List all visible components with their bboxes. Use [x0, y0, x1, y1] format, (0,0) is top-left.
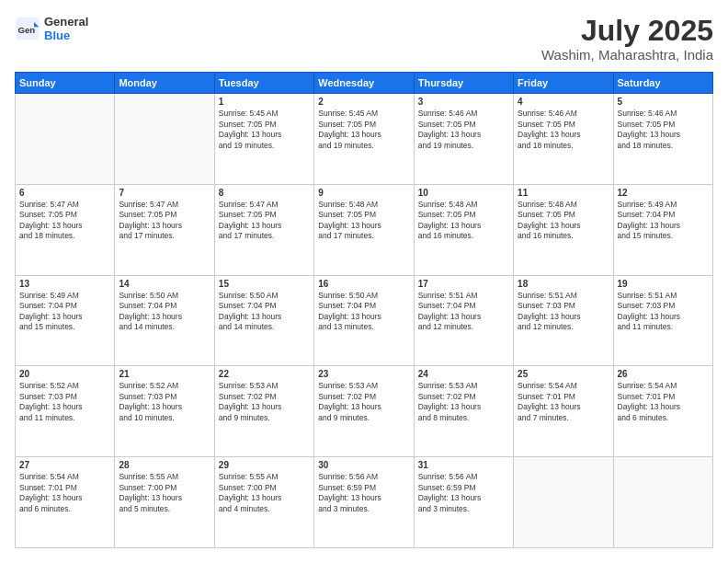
day-info: Sunrise: 5:50 AM Sunset: 7:04 PM Dayligh… — [219, 291, 310, 333]
calendar-cell: 30Sunrise: 5:56 AM Sunset: 6:59 PM Dayli… — [314, 457, 414, 548]
calendar-cell: 19Sunrise: 5:51 AM Sunset: 7:03 PM Dayli… — [613, 275, 712, 366]
day-number: 17 — [418, 279, 509, 289]
calendar-cell: 23Sunrise: 5:53 AM Sunset: 7:02 PM Dayli… — [314, 366, 414, 457]
day-info: Sunrise: 5:56 AM Sunset: 6:59 PM Dayligh… — [318, 472, 409, 514]
calendar-cell: 7Sunrise: 5:47 AM Sunset: 7:05 PM Daylig… — [115, 184, 214, 275]
day-info: Sunrise: 5:45 AM Sunset: 7:05 PM Dayligh… — [219, 109, 310, 151]
day-info: Sunrise: 5:48 AM Sunset: 7:05 PM Dayligh… — [518, 200, 609, 242]
day-number: 9 — [318, 188, 409, 198]
day-info: Sunrise: 5:52 AM Sunset: 7:03 PM Dayligh… — [19, 381, 110, 423]
calendar-cell — [16, 94, 115, 185]
day-number: 27 — [19, 460, 110, 470]
day-info: Sunrise: 5:49 AM Sunset: 7:04 PM Dayligh… — [618, 200, 709, 242]
month-year-title: July 2025 — [541, 15, 713, 47]
day-info: Sunrise: 5:46 AM Sunset: 7:05 PM Dayligh… — [418, 109, 509, 151]
calendar-cell: 11Sunrise: 5:48 AM Sunset: 7:05 PM Dayli… — [514, 184, 613, 275]
day-number: 15 — [219, 279, 310, 289]
calendar-cell: 20Sunrise: 5:52 AM Sunset: 7:03 PM Dayli… — [16, 366, 115, 457]
calendar-cell: 28Sunrise: 5:55 AM Sunset: 7:00 PM Dayli… — [115, 457, 214, 548]
page: Gen General Blue July 2025 Washim, Mahar… — [0, 0, 728, 563]
calendar-cell: 9Sunrise: 5:48 AM Sunset: 7:05 PM Daylig… — [314, 184, 414, 275]
week-row-2: 13Sunrise: 5:49 AM Sunset: 7:04 PM Dayli… — [16, 275, 713, 366]
day-info: Sunrise: 5:51 AM Sunset: 7:04 PM Dayligh… — [418, 291, 509, 333]
header: Gen General Blue July 2025 Washim, Mahar… — [15, 15, 713, 63]
day-number: 28 — [119, 460, 210, 470]
day-header-sunday: Sunday — [16, 73, 115, 94]
day-info: Sunrise: 5:54 AM Sunset: 7:01 PM Dayligh… — [19, 472, 110, 514]
day-number: 11 — [518, 188, 609, 198]
day-info: Sunrise: 5:51 AM Sunset: 7:03 PM Dayligh… — [618, 291, 709, 333]
calendar-cell: 26Sunrise: 5:54 AM Sunset: 7:01 PM Dayli… — [613, 366, 712, 457]
svg-text:Gen: Gen — [18, 25, 36, 35]
header-row: SundayMondayTuesdayWednesdayThursdayFrid… — [16, 73, 713, 94]
week-row-4: 27Sunrise: 5:54 AM Sunset: 7:01 PM Dayli… — [16, 457, 713, 548]
day-number: 4 — [518, 97, 609, 107]
logo-blue: Blue — [44, 29, 88, 42]
day-info: Sunrise: 5:45 AM Sunset: 7:05 PM Dayligh… — [318, 109, 409, 151]
calendar-cell: 1Sunrise: 5:45 AM Sunset: 7:05 PM Daylig… — [214, 94, 313, 185]
day-number: 25 — [518, 369, 609, 379]
week-row-1: 6Sunrise: 5:47 AM Sunset: 7:05 PM Daylig… — [16, 184, 713, 275]
calendar-cell: 25Sunrise: 5:54 AM Sunset: 7:01 PM Dayli… — [514, 366, 613, 457]
day-number: 12 — [618, 188, 709, 198]
day-info: Sunrise: 5:52 AM Sunset: 7:03 PM Dayligh… — [119, 381, 210, 423]
calendar-cell: 2Sunrise: 5:45 AM Sunset: 7:05 PM Daylig… — [314, 94, 414, 185]
calendar-cell: 17Sunrise: 5:51 AM Sunset: 7:04 PM Dayli… — [414, 275, 513, 366]
calendar-body: 1Sunrise: 5:45 AM Sunset: 7:05 PM Daylig… — [16, 94, 713, 548]
day-info: Sunrise: 5:53 AM Sunset: 7:02 PM Dayligh… — [318, 381, 409, 423]
calendar-cell: 21Sunrise: 5:52 AM Sunset: 7:03 PM Dayli… — [115, 366, 214, 457]
calendar-cell — [115, 94, 214, 185]
calendar-cell: 29Sunrise: 5:55 AM Sunset: 7:00 PM Dayli… — [214, 457, 313, 548]
day-number: 13 — [19, 279, 110, 289]
day-info: Sunrise: 5:47 AM Sunset: 7:05 PM Dayligh… — [119, 200, 210, 242]
week-row-3: 20Sunrise: 5:52 AM Sunset: 7:03 PM Dayli… — [16, 366, 713, 457]
calendar-cell: 15Sunrise: 5:50 AM Sunset: 7:04 PM Dayli… — [214, 275, 313, 366]
day-header-thursday: Thursday — [414, 73, 513, 94]
day-number: 10 — [418, 188, 509, 198]
day-info: Sunrise: 5:56 AM Sunset: 6:59 PM Dayligh… — [418, 472, 509, 514]
day-info: Sunrise: 5:46 AM Sunset: 7:05 PM Dayligh… — [618, 109, 709, 151]
day-number: 23 — [318, 369, 409, 379]
calendar-cell: 4Sunrise: 5:46 AM Sunset: 7:05 PM Daylig… — [514, 94, 613, 185]
day-info: Sunrise: 5:46 AM Sunset: 7:05 PM Dayligh… — [518, 109, 609, 151]
day-number: 24 — [418, 369, 509, 379]
day-number: 19 — [618, 279, 709, 289]
logo-text: General Blue — [44, 15, 88, 42]
day-info: Sunrise: 5:47 AM Sunset: 7:05 PM Dayligh… — [19, 200, 110, 242]
week-row-0: 1Sunrise: 5:45 AM Sunset: 7:05 PM Daylig… — [16, 94, 713, 185]
day-info: Sunrise: 5:53 AM Sunset: 7:02 PM Dayligh… — [418, 381, 509, 423]
calendar-cell: 13Sunrise: 5:49 AM Sunset: 7:04 PM Dayli… — [16, 275, 115, 366]
day-number: 29 — [219, 460, 310, 470]
day-info: Sunrise: 5:55 AM Sunset: 7:00 PM Dayligh… — [119, 472, 210, 514]
day-number: 16 — [318, 279, 409, 289]
logo-icon: Gen — [15, 16, 40, 41]
logo: Gen General Blue — [15, 15, 88, 42]
day-number: 31 — [418, 460, 509, 470]
day-info: Sunrise: 5:48 AM Sunset: 7:05 PM Dayligh… — [318, 200, 409, 242]
calendar-cell: 16Sunrise: 5:50 AM Sunset: 7:04 PM Dayli… — [314, 275, 414, 366]
calendar-cell: 22Sunrise: 5:53 AM Sunset: 7:02 PM Dayli… — [214, 366, 313, 457]
calendar-cell — [514, 457, 613, 548]
day-info: Sunrise: 5:55 AM Sunset: 7:00 PM Dayligh… — [219, 472, 310, 514]
calendar-cell: 18Sunrise: 5:51 AM Sunset: 7:03 PM Dayli… — [514, 275, 613, 366]
day-header-monday: Monday — [115, 73, 214, 94]
calendar-header: SundayMondayTuesdayWednesdayThursdayFrid… — [16, 73, 713, 94]
day-number: 26 — [618, 369, 709, 379]
calendar-cell: 10Sunrise: 5:48 AM Sunset: 7:05 PM Dayli… — [414, 184, 513, 275]
calendar-cell: 27Sunrise: 5:54 AM Sunset: 7:01 PM Dayli… — [16, 457, 115, 548]
calendar-cell: 24Sunrise: 5:53 AM Sunset: 7:02 PM Dayli… — [414, 366, 513, 457]
calendar-cell: 6Sunrise: 5:47 AM Sunset: 7:05 PM Daylig… — [16, 184, 115, 275]
day-number: 2 — [318, 97, 409, 107]
day-number: 14 — [119, 279, 210, 289]
calendar-cell: 14Sunrise: 5:50 AM Sunset: 7:04 PM Dayli… — [115, 275, 214, 366]
day-number: 5 — [618, 97, 709, 107]
day-header-tuesday: Tuesday — [214, 73, 313, 94]
calendar-cell: 31Sunrise: 5:56 AM Sunset: 6:59 PM Dayli… — [414, 457, 513, 548]
day-number: 7 — [119, 188, 210, 198]
day-header-friday: Friday — [514, 73, 613, 94]
calendar-cell: 8Sunrise: 5:47 AM Sunset: 7:05 PM Daylig… — [214, 184, 313, 275]
location-subtitle: Washim, Maharashtra, India — [541, 47, 713, 63]
day-number: 6 — [19, 188, 110, 198]
calendar-cell: 12Sunrise: 5:49 AM Sunset: 7:04 PM Dayli… — [613, 184, 712, 275]
calendar-table: SundayMondayTuesdayWednesdayThursdayFrid… — [15, 72, 713, 548]
